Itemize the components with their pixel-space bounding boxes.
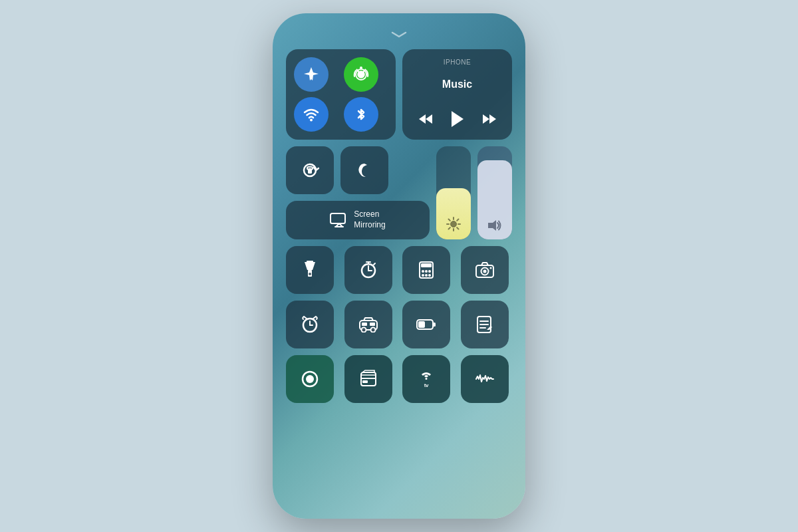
svg-point-47 bbox=[489, 267, 491, 269]
svg-point-54 bbox=[370, 328, 375, 332]
lock-dnd-row bbox=[286, 146, 430, 194]
next-track-button[interactable] bbox=[476, 111, 501, 127]
svg-point-70 bbox=[426, 378, 428, 380]
svg-marker-8 bbox=[452, 111, 464, 127]
svg-point-40 bbox=[428, 270, 431, 273]
brightness-slider[interactable] bbox=[436, 146, 471, 239]
phone-frame: IPHONE Music bbox=[273, 13, 525, 519]
calculator-button[interactable] bbox=[402, 246, 450, 294]
screen-mirroring-label: ScreenMirroring bbox=[354, 209, 385, 230]
bluetooth-button[interactable] bbox=[344, 97, 378, 132]
svg-line-22 bbox=[457, 227, 458, 229]
airplane-mode-button[interactable] bbox=[294, 57, 329, 92]
connectivity-panel bbox=[286, 49, 396, 140]
camera-button[interactable] bbox=[461, 246, 509, 294]
left-controls: ScreenMirroring bbox=[286, 146, 430, 239]
screen-mirroring-button[interactable]: ScreenMirroring bbox=[286, 201, 430, 239]
cellular-button[interactable] bbox=[344, 57, 378, 92]
svg-marker-9 bbox=[483, 114, 489, 124]
svg-point-46 bbox=[483, 270, 486, 273]
svg-point-38 bbox=[422, 270, 424, 273]
svg-rect-59 bbox=[433, 323, 436, 327]
svg-rect-66 bbox=[361, 372, 376, 386]
play-button[interactable] bbox=[445, 108, 470, 130]
carplay-button[interactable] bbox=[344, 301, 392, 348]
screen-record-button[interactable] bbox=[286, 355, 334, 403]
svg-rect-14 bbox=[331, 213, 345, 223]
top-row: IPHONE Music bbox=[286, 49, 512, 140]
row-5-icons: tv bbox=[286, 355, 512, 403]
svg-rect-28 bbox=[307, 261, 313, 263]
svg-line-23 bbox=[457, 219, 458, 221]
svg-rect-56 bbox=[370, 323, 375, 326]
volume-icon bbox=[487, 219, 502, 231]
svg-marker-6 bbox=[426, 114, 432, 124]
music-panel: IPHONE Music bbox=[402, 49, 512, 140]
svg-point-39 bbox=[425, 270, 428, 273]
svg-point-29 bbox=[309, 273, 311, 275]
rotation-lock-button[interactable] bbox=[286, 146, 334, 194]
svg-point-43 bbox=[428, 274, 431, 277]
svg-line-35 bbox=[374, 263, 375, 265]
brightness-icon bbox=[446, 217, 461, 231]
second-row: ScreenMirroring bbox=[286, 146, 512, 239]
svg-rect-55 bbox=[362, 323, 367, 326]
svg-point-65 bbox=[306, 375, 314, 383]
voice-memos-button[interactable] bbox=[461, 355, 509, 403]
row-4-icons bbox=[286, 301, 512, 348]
volume-slider[interactable] bbox=[477, 146, 512, 239]
svg-rect-68 bbox=[362, 380, 368, 383]
svg-marker-10 bbox=[489, 114, 496, 124]
brightness-fill bbox=[436, 188, 471, 239]
timer-button[interactable] bbox=[344, 246, 392, 294]
low-power-mode-button[interactable] bbox=[402, 301, 450, 348]
apple-tv-button[interactable]: tv bbox=[402, 355, 450, 403]
svg-marker-25 bbox=[488, 220, 496, 231]
row-3-icons bbox=[286, 246, 512, 294]
do-not-disturb-button[interactable] bbox=[340, 146, 388, 194]
wifi-button[interactable] bbox=[294, 97, 329, 132]
flashlight-button[interactable] bbox=[286, 246, 334, 294]
svg-point-42 bbox=[425, 274, 428, 277]
svg-point-2 bbox=[360, 73, 362, 76]
svg-line-24 bbox=[449, 227, 450, 229]
svg-marker-27 bbox=[305, 262, 315, 270]
svg-point-53 bbox=[361, 328, 366, 332]
alarm-button[interactable] bbox=[286, 301, 334, 348]
control-center: IPHONE Music bbox=[286, 49, 512, 403]
svg-rect-37 bbox=[421, 263, 432, 267]
svg-point-5 bbox=[310, 119, 313, 122]
svg-line-21 bbox=[449, 219, 450, 221]
svg-rect-58 bbox=[418, 321, 425, 328]
svg-point-16 bbox=[451, 221, 457, 227]
music-source-label: IPHONE bbox=[410, 59, 504, 66]
notes-button[interactable] bbox=[461, 301, 509, 348]
prev-track-button[interactable] bbox=[414, 111, 439, 127]
svg-marker-7 bbox=[419, 114, 426, 124]
dismiss-chevron[interactable] bbox=[390, 30, 408, 39]
svg-point-41 bbox=[422, 274, 424, 277]
music-controls bbox=[410, 108, 504, 130]
wallet-button[interactable] bbox=[344, 355, 392, 403]
music-title-label: Music bbox=[410, 78, 504, 90]
